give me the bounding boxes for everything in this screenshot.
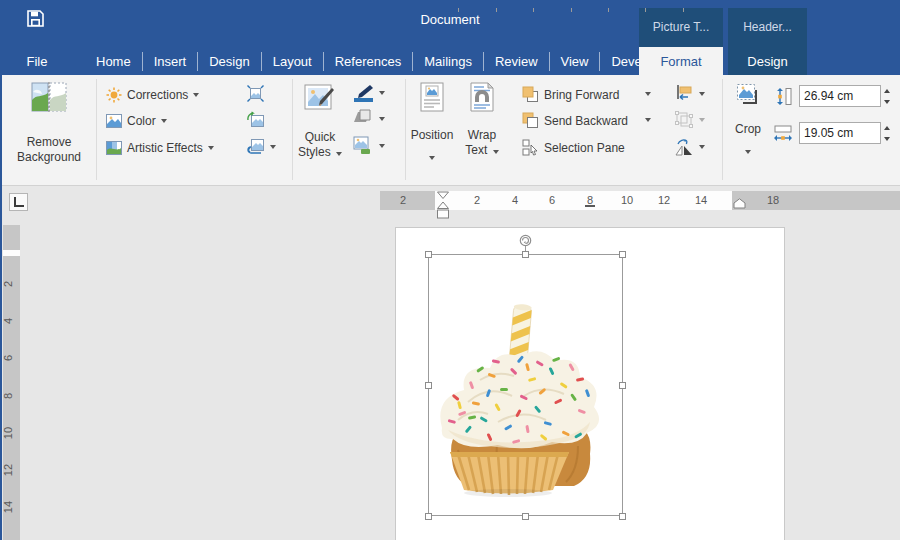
dropdown-caret[interactable] [645, 92, 651, 96]
spin-down[interactable] [879, 96, 894, 107]
tab-mailings[interactable]: Mailings [413, 47, 483, 75]
compress-pictures-icon[interactable] [247, 85, 264, 102]
dropdown-caret[interactable] [493, 150, 499, 154]
resize-handle-middle-right[interactable] [619, 382, 626, 389]
ruler-h-number: 2 [470, 194, 484, 206]
tab-review[interactable]: Review [484, 47, 549, 75]
group-button-disabled[interactable] [674, 111, 705, 128]
selection-pane-icon [522, 139, 539, 156]
dropdown-caret[interactable] [699, 92, 705, 96]
picture-effects-button[interactable] [352, 110, 385, 127]
color-button[interactable]: Color [106, 112, 167, 129]
dropdown-caret[interactable] [379, 144, 385, 148]
reset-picture-button[interactable] [247, 138, 276, 155]
picture-effects-icon [352, 109, 374, 128]
rotate-button[interactable] [674, 138, 705, 155]
resize-handle-top-middle[interactable] [522, 251, 529, 258]
height-icon [775, 87, 792, 106]
ruler-h-number: 12 [657, 194, 671, 206]
crop-icon [735, 82, 761, 108]
selection-pane-button[interactable]: Selection Pane [522, 139, 625, 156]
dropdown-caret[interactable] [645, 118, 651, 122]
width-icon [773, 124, 793, 143]
spin-up[interactable] [879, 85, 894, 96]
artistic-effects-icon [106, 141, 122, 155]
shape-height-input[interactable] [799, 85, 881, 107]
dropdown-caret[interactable] [193, 93, 199, 97]
right-indent-marker[interactable] [733, 198, 746, 209]
dropdown-caret[interactable] [699, 145, 705, 149]
tab-selector[interactable] [9, 193, 28, 211]
align-button[interactable] [676, 85, 705, 102]
tab-design[interactable]: Design [198, 47, 260, 75]
artistic-effects-button[interactable]: Artistic Effects [106, 139, 214, 156]
tab-home[interactable]: Home [85, 47, 142, 75]
tab-insert[interactable]: Insert [143, 47, 198, 75]
ruler-v-number: 14 [2, 499, 16, 516]
dropdown-caret[interactable] [699, 118, 705, 122]
position-button[interactable]: Position [409, 82, 455, 164]
hanging-indent-marker [438, 202, 449, 209]
dropdown-caret[interactable] [429, 156, 435, 160]
resize-handle-middle-left[interactable] [425, 382, 432, 389]
indent-markers[interactable] [436, 191, 450, 221]
dropdown-caret[interactable] [336, 152, 342, 156]
ruler-h-number: 6 [545, 194, 559, 206]
picture-border-button[interactable] [352, 84, 385, 101]
resize-handle-bottom-left[interactable] [425, 513, 432, 520]
tab-layout[interactable]: Layout [262, 47, 323, 75]
send-backward-icon [522, 112, 539, 129]
header-tools-label: Header... [728, 20, 807, 34]
tab-format-active[interactable]: Format [639, 47, 723, 75]
bring-forward-button[interactable]: Bring Forward [522, 86, 619, 103]
resize-handle-bottom-middle[interactable] [522, 513, 529, 520]
tab-references[interactable]: References [324, 47, 412, 75]
spin-up[interactable] [879, 122, 894, 133]
group-icon [674, 110, 694, 129]
shape-width-input[interactable] [799, 122, 881, 144]
bring-forward-icon [522, 86, 539, 103]
quick-styles-button[interactable]: Quick Styles [296, 82, 344, 160]
tab-design-contextual[interactable]: Design [728, 47, 807, 75]
resize-handle-top-left[interactable] [425, 251, 432, 258]
width-spinner[interactable] [879, 122, 894, 144]
resize-handle-top-right[interactable] [619, 251, 626, 258]
tab-view[interactable]: View [550, 47, 600, 75]
tab-file[interactable]: File [20, 47, 54, 75]
dropdown-caret[interactable] [161, 119, 167, 123]
resize-handle-bottom-right[interactable] [619, 513, 626, 520]
dropdown-caret[interactable] [270, 145, 276, 149]
remove-background-button[interactable]: Remove Background [4, 82, 94, 165]
group-separator [405, 79, 406, 180]
ruler-v-number: 4 [2, 313, 16, 330]
crop-button[interactable]: Crop [726, 82, 770, 158]
rotate-icon [674, 138, 694, 156]
picture-layout-button[interactable] [352, 137, 385, 154]
first-line-indent-marker [438, 192, 449, 199]
wrap-text-button[interactable]: Wrap Text [459, 82, 505, 158]
ruler-v-number: 10 [2, 425, 16, 442]
remove-background-icon [31, 82, 67, 113]
dropdown-caret[interactable] [745, 150, 751, 154]
dropdown-caret[interactable] [379, 91, 385, 95]
height-spinner[interactable] [879, 85, 894, 107]
color-picture-icon [106, 114, 122, 128]
left-indent-marker [438, 210, 449, 218]
rotation-handle-icon[interactable] [518, 233, 533, 248]
dropdown-caret[interactable] [379, 117, 385, 121]
quick-styles-icon [304, 82, 336, 114]
center-tab-marker [585, 205, 595, 207]
dropdown-caret[interactable] [208, 146, 214, 150]
ruler-h-number: 10 [620, 194, 634, 206]
align-icon [676, 85, 694, 103]
spin-down[interactable] [879, 133, 894, 144]
corrections-button[interactable]: Corrections [106, 86, 199, 103]
change-picture-icon[interactable] [247, 111, 265, 128]
left-tab-icon [14, 197, 24, 207]
ruler-v-number: 8 [2, 388, 16, 405]
vertical-ruler[interactable] [3, 225, 20, 540]
ruler-h-number: 2 [396, 194, 410, 206]
ruler-tick [496, 8, 497, 12]
send-backward-button[interactable]: Send Backward [522, 112, 628, 129]
ruler-tick [608, 8, 609, 12]
